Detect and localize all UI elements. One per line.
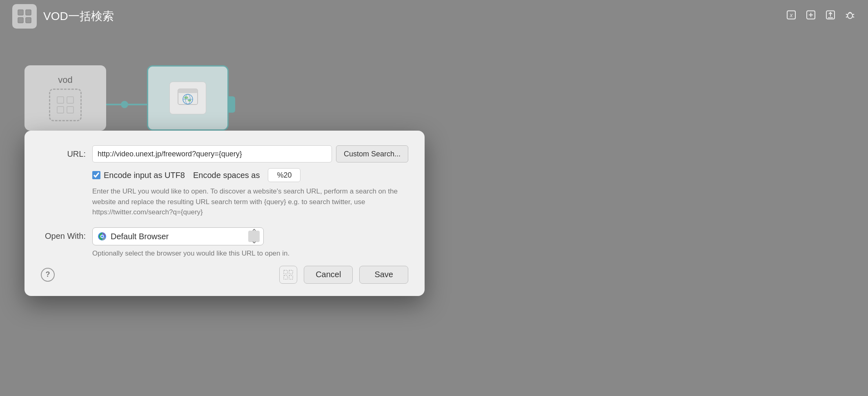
encode-utf8-checkbox-wrap: Encode input as UTF8 xyxy=(92,171,185,180)
grid-icon-button[interactable] xyxy=(279,266,297,284)
modal-dialog: URL: Custom Search... Encode input as UT… xyxy=(24,131,425,296)
encode-utf8-checkbox[interactable] xyxy=(92,171,100,179)
modal-overlay: URL: Custom Search... Encode input as UT… xyxy=(0,0,868,396)
encode-utf8-label[interactable]: Encode input as UTF8 xyxy=(104,171,185,180)
modal-bottom: ? Cancel Save xyxy=(41,266,408,284)
custom-search-button[interactable]: Custom Search... xyxy=(336,145,408,162)
browser-select-wrap: Default Browser ⌃⌄ xyxy=(92,227,264,245)
svg-rect-36 xyxy=(289,276,293,279)
svg-rect-33 xyxy=(284,270,287,274)
svg-rect-34 xyxy=(289,270,293,274)
open-with-label: Open With: xyxy=(41,231,86,241)
help-text: Enter the URL you would like to open. To… xyxy=(92,186,408,218)
help-button[interactable]: ? xyxy=(41,268,55,282)
browser-select[interactable]: Default Browser xyxy=(92,227,264,245)
cancel-button[interactable]: Cancel xyxy=(304,266,353,284)
url-row: URL: Custom Search... xyxy=(41,145,408,162)
encode-spaces-label: Encode spaces as xyxy=(193,171,260,180)
save-button[interactable]: Save xyxy=(359,266,408,284)
url-input[interactable] xyxy=(92,145,332,162)
open-with-help: Optionally select the browser you would … xyxy=(92,249,408,258)
open-with-row: Open With: Default Browser ⌃⌄ xyxy=(41,227,408,245)
modal-bottom-right: Cancel Save xyxy=(279,266,408,284)
encode-spaces-input[interactable] xyxy=(268,168,300,182)
encode-row: Encode input as UTF8 Encode spaces as xyxy=(92,168,408,182)
svg-rect-35 xyxy=(284,276,287,279)
url-label: URL: xyxy=(41,149,86,159)
